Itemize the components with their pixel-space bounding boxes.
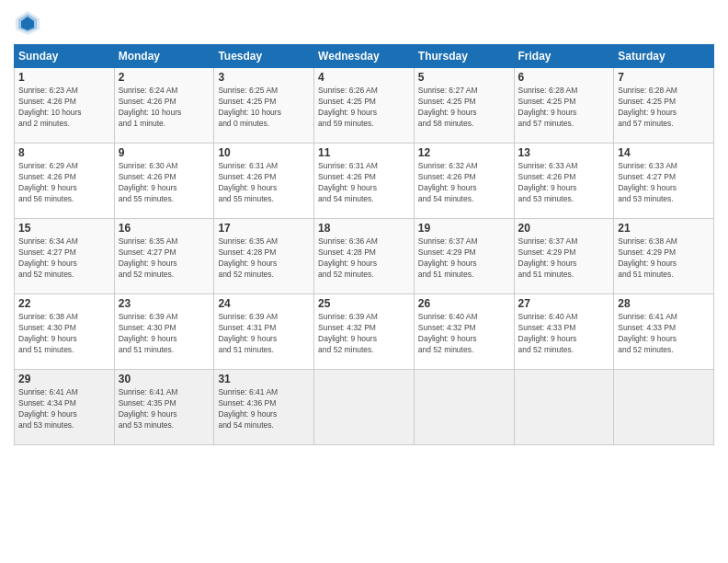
day-info: Sunrise: 6:27 AMSunset: 4:25 PMDaylight:… bbox=[418, 86, 510, 130]
calendar-cell: 9 Sunrise: 6:30 AMSunset: 4:26 PMDayligh… bbox=[114, 144, 214, 219]
calendar-table: SundayMondayTuesdayWednesdayThursdayFrid… bbox=[14, 44, 714, 445]
day-info: Sunrise: 6:23 AMSunset: 4:26 PMDaylight:… bbox=[18, 86, 110, 130]
day-number: 6 bbox=[518, 71, 610, 84]
day-info: Sunrise: 6:39 AMSunset: 4:32 PMDaylight:… bbox=[318, 312, 410, 356]
day-info: Sunrise: 6:28 AMSunset: 4:25 PMDaylight:… bbox=[618, 86, 710, 130]
day-info: Sunrise: 6:25 AMSunset: 4:25 PMDaylight:… bbox=[218, 86, 310, 130]
day-number: 20 bbox=[518, 222, 610, 235]
calendar-cell: 27 Sunrise: 6:40 AMSunset: 4:33 PMDaylig… bbox=[514, 294, 614, 370]
day-info: Sunrise: 6:26 AMSunset: 4:25 PMDaylight:… bbox=[318, 86, 410, 130]
day-info: Sunrise: 6:34 AMSunset: 4:27 PMDaylight:… bbox=[18, 236, 110, 281]
weekday-header-saturday: Saturday bbox=[614, 45, 714, 68]
calendar-cell: 8 Sunrise: 6:29 AMSunset: 4:26 PMDayligh… bbox=[15, 144, 115, 219]
day-number: 26 bbox=[418, 297, 510, 310]
day-number: 2 bbox=[119, 71, 210, 84]
calendar-cell: 13 Sunrise: 6:33 AMSunset: 4:26 PMDaylig… bbox=[514, 144, 614, 219]
calendar-cell: 20 Sunrise: 6:37 AMSunset: 4:29 PMDaylig… bbox=[514, 219, 614, 294]
weekday-row: SundayMondayTuesdayWednesdayThursdayFrid… bbox=[15, 45, 714, 68]
calendar-cell: 2 Sunrise: 6:24 AMSunset: 4:26 PMDayligh… bbox=[114, 68, 214, 144]
day-number: 29 bbox=[18, 373, 110, 385]
calendar-cell: 11 Sunrise: 6:31 AMSunset: 4:26 PMDaylig… bbox=[314, 144, 415, 219]
calendar-cell bbox=[514, 370, 614, 445]
day-number: 23 bbox=[119, 297, 210, 310]
day-info: Sunrise: 6:32 AMSunset: 4:26 PMDaylight:… bbox=[418, 161, 510, 205]
weekday-header-sunday: Sunday bbox=[15, 45, 115, 68]
day-number: 8 bbox=[18, 146, 110, 159]
calendar-cell: 3 Sunrise: 6:25 AMSunset: 4:25 PMDayligh… bbox=[214, 68, 314, 144]
day-info: Sunrise: 6:28 AMSunset: 4:25 PMDaylight:… bbox=[518, 86, 610, 130]
weekday-header-thursday: Thursday bbox=[414, 45, 514, 68]
day-info: Sunrise: 6:38 AMSunset: 4:29 PMDaylight:… bbox=[618, 236, 710, 281]
day-number: 1 bbox=[18, 71, 110, 84]
calendar-cell: 4 Sunrise: 6:26 AMSunset: 4:25 PMDayligh… bbox=[314, 68, 415, 144]
day-info: Sunrise: 6:40 AMSunset: 4:32 PMDaylight:… bbox=[418, 312, 510, 356]
calendar-cell: 23 Sunrise: 6:39 AMSunset: 4:30 PMDaylig… bbox=[114, 294, 214, 370]
day-info: Sunrise: 6:36 AMSunset: 4:28 PMDaylight:… bbox=[318, 236, 410, 281]
day-number: 21 bbox=[618, 222, 710, 235]
day-number: 15 bbox=[18, 222, 110, 235]
logo bbox=[14, 9, 45, 37]
calendar-body: 1 Sunrise: 6:23 AMSunset: 4:26 PMDayligh… bbox=[15, 68, 714, 445]
logo-icon bbox=[14, 9, 41, 37]
day-number: 22 bbox=[18, 297, 110, 310]
day-info: Sunrise: 6:33 AMSunset: 4:27 PMDaylight:… bbox=[618, 161, 710, 205]
day-number: 16 bbox=[119, 222, 210, 235]
day-info: Sunrise: 6:41 AMSunset: 4:34 PMDaylight:… bbox=[18, 387, 110, 431]
calendar-cell: 10 Sunrise: 6:31 AMSunset: 4:26 PMDaylig… bbox=[214, 144, 314, 219]
day-number: 28 bbox=[618, 297, 710, 310]
calendar-cell bbox=[614, 370, 714, 445]
calendar-cell: 28 Sunrise: 6:41 AMSunset: 4:33 PMDaylig… bbox=[614, 294, 714, 370]
day-number: 3 bbox=[218, 71, 310, 84]
day-number: 19 bbox=[418, 222, 510, 235]
week-row-2: 8 Sunrise: 6:29 AMSunset: 4:26 PMDayligh… bbox=[15, 144, 714, 219]
calendar-cell: 1 Sunrise: 6:23 AMSunset: 4:26 PMDayligh… bbox=[15, 68, 115, 144]
day-number: 14 bbox=[618, 146, 710, 159]
calendar-cell: 19 Sunrise: 6:37 AMSunset: 4:29 PMDaylig… bbox=[414, 219, 514, 294]
calendar-cell: 12 Sunrise: 6:32 AMSunset: 4:26 PMDaylig… bbox=[414, 144, 514, 219]
day-info: Sunrise: 6:33 AMSunset: 4:26 PMDaylight:… bbox=[518, 161, 610, 205]
week-row-3: 15 Sunrise: 6:34 AMSunset: 4:27 PMDaylig… bbox=[15, 219, 714, 294]
calendar-cell: 26 Sunrise: 6:40 AMSunset: 4:32 PMDaylig… bbox=[414, 294, 514, 370]
day-number: 12 bbox=[418, 146, 510, 159]
page: SundayMondayTuesdayWednesdayThursdayFrid… bbox=[0, 0, 728, 563]
calendar-cell: 18 Sunrise: 6:36 AMSunset: 4:28 PMDaylig… bbox=[314, 219, 415, 294]
week-row-4: 22 Sunrise: 6:38 AMSunset: 4:30 PMDaylig… bbox=[15, 294, 714, 370]
day-info: Sunrise: 6:31 AMSunset: 4:26 PMDaylight:… bbox=[318, 161, 410, 205]
week-row-5: 29 Sunrise: 6:41 AMSunset: 4:34 PMDaylig… bbox=[15, 370, 714, 445]
day-number: 13 bbox=[518, 146, 610, 159]
calendar-cell: 31 Sunrise: 6:41 AMSunset: 4:36 PMDaylig… bbox=[214, 370, 314, 445]
calendar-cell: 14 Sunrise: 6:33 AMSunset: 4:27 PMDaylig… bbox=[614, 144, 714, 219]
day-number: 30 bbox=[119, 373, 210, 385]
header bbox=[14, 9, 714, 37]
calendar-cell: 29 Sunrise: 6:41 AMSunset: 4:34 PMDaylig… bbox=[15, 370, 115, 445]
calendar-cell: 5 Sunrise: 6:27 AMSunset: 4:25 PMDayligh… bbox=[414, 68, 514, 144]
day-info: Sunrise: 6:31 AMSunset: 4:26 PMDaylight:… bbox=[218, 161, 310, 205]
weekday-header-monday: Monday bbox=[114, 45, 214, 68]
calendar-cell: 17 Sunrise: 6:35 AMSunset: 4:28 PMDaylig… bbox=[214, 219, 314, 294]
calendar-cell: 22 Sunrise: 6:38 AMSunset: 4:30 PMDaylig… bbox=[15, 294, 115, 370]
day-info: Sunrise: 6:40 AMSunset: 4:33 PMDaylight:… bbox=[518, 312, 610, 356]
day-number: 27 bbox=[518, 297, 610, 310]
day-info: Sunrise: 6:39 AMSunset: 4:30 PMDaylight:… bbox=[119, 312, 210, 356]
week-row-1: 1 Sunrise: 6:23 AMSunset: 4:26 PMDayligh… bbox=[15, 68, 714, 144]
day-number: 10 bbox=[218, 146, 310, 159]
day-info: Sunrise: 6:29 AMSunset: 4:26 PMDaylight:… bbox=[18, 161, 110, 205]
weekday-header-friday: Friday bbox=[514, 45, 614, 68]
calendar-cell: 25 Sunrise: 6:39 AMSunset: 4:32 PMDaylig… bbox=[314, 294, 415, 370]
day-info: Sunrise: 6:30 AMSunset: 4:26 PMDaylight:… bbox=[119, 161, 210, 205]
calendar-header: SundayMondayTuesdayWednesdayThursdayFrid… bbox=[15, 45, 714, 68]
day-number: 24 bbox=[218, 297, 310, 310]
day-info: Sunrise: 6:37 AMSunset: 4:29 PMDaylight:… bbox=[518, 236, 610, 281]
day-number: 7 bbox=[618, 71, 710, 84]
day-info: Sunrise: 6:41 AMSunset: 4:35 PMDaylight:… bbox=[119, 387, 210, 431]
calendar-cell: 6 Sunrise: 6:28 AMSunset: 4:25 PMDayligh… bbox=[514, 68, 614, 144]
calendar-cell bbox=[314, 370, 415, 445]
calendar-cell: 7 Sunrise: 6:28 AMSunset: 4:25 PMDayligh… bbox=[614, 68, 714, 144]
calendar-cell: 21 Sunrise: 6:38 AMSunset: 4:29 PMDaylig… bbox=[614, 219, 714, 294]
calendar-cell bbox=[414, 370, 514, 445]
day-number: 4 bbox=[318, 71, 410, 84]
day-info: Sunrise: 6:38 AMSunset: 4:30 PMDaylight:… bbox=[18, 312, 110, 356]
day-info: Sunrise: 6:41 AMSunset: 4:36 PMDaylight:… bbox=[218, 387, 310, 431]
day-number: 18 bbox=[318, 222, 410, 235]
day-number: 31 bbox=[218, 373, 310, 385]
